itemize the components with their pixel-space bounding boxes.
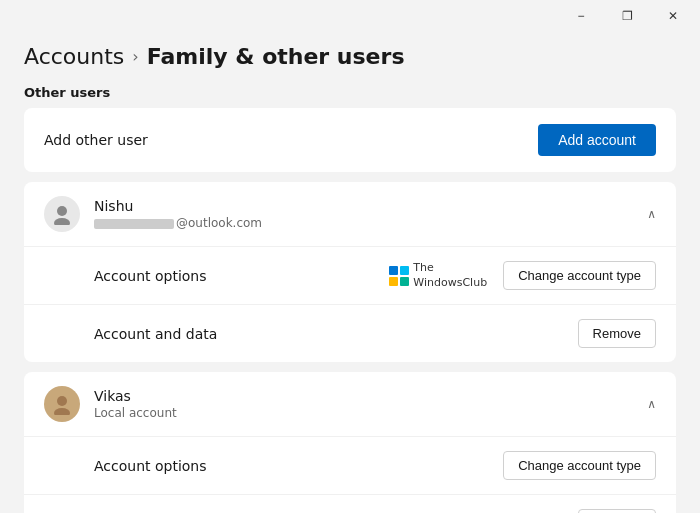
user-sub-vikas: Local account xyxy=(94,406,177,420)
remove-btn-nishu[interactable]: Remove xyxy=(578,319,656,348)
user-options-vikas: Account options Change account type Acco… xyxy=(24,436,676,513)
windows-icon xyxy=(389,266,409,286)
user-header-left-vikas: Vikas Local account xyxy=(44,386,177,422)
chevron-up-nishu: ∧ xyxy=(647,207,656,221)
breadcrumb: Accounts › Family & other users xyxy=(24,44,676,69)
minimize-button[interactable]: − xyxy=(558,0,604,32)
chevron-up-vikas: ∧ xyxy=(647,397,656,411)
account-options-row-nishu: Account options TheWindowsClub Change ac… xyxy=(24,247,676,305)
svg-point-2 xyxy=(57,396,67,406)
breadcrumb-chevron: › xyxy=(132,47,138,66)
remove-btn-vikas[interactable]: Remove xyxy=(578,509,656,513)
account-data-right-vikas: Remove xyxy=(578,509,656,513)
user-header-vikas[interactable]: Vikas Local account ∧ xyxy=(24,372,676,436)
user-options-nishu: Account options TheWindowsClub Change ac… xyxy=(24,246,676,362)
account-data-row-vikas: Account and data Remove xyxy=(24,495,676,513)
email-blur-nishu xyxy=(94,219,174,229)
account-data-label-nishu: Account and data xyxy=(94,326,217,342)
close-button[interactable]: ✕ xyxy=(650,0,696,32)
user-card-vikas: Vikas Local account ∧ Account options Ch… xyxy=(24,372,676,513)
account-options-right-nishu: TheWindowsClub Change account type xyxy=(389,261,656,290)
user-card-nishu: Nishu @outlook.com ∧ Account options Th xyxy=(24,182,676,362)
change-account-type-btn-nishu[interactable]: Change account type xyxy=(503,261,656,290)
svg-point-1 xyxy=(54,218,70,225)
add-user-label: Add other user xyxy=(44,132,148,148)
account-data-right-nishu: Remove xyxy=(578,319,656,348)
breadcrumb-current: Family & other users xyxy=(147,44,405,69)
user-header-nishu[interactable]: Nishu @outlook.com ∧ xyxy=(24,182,676,246)
maximize-button[interactable]: ❐ xyxy=(604,0,650,32)
section-label: Other users xyxy=(24,85,676,100)
account-options-label-vikas: Account options xyxy=(94,458,207,474)
add-account-button[interactable]: Add account xyxy=(538,124,656,156)
svg-point-3 xyxy=(54,408,70,415)
user-header-left-nishu: Nishu @outlook.com xyxy=(44,196,262,232)
account-options-row-vikas: Account options Change account type xyxy=(24,437,676,495)
add-user-row: Add other user Add account xyxy=(44,124,656,156)
breadcrumb-parent[interactable]: Accounts xyxy=(24,44,124,69)
user-email-nishu: @outlook.com xyxy=(94,216,262,230)
user-name-nishu: Nishu xyxy=(94,198,262,214)
avatar-nishu xyxy=(44,196,80,232)
account-options-label-nishu: Account options xyxy=(94,268,207,284)
change-account-type-btn-vikas[interactable]: Change account type xyxy=(503,451,656,480)
user-name-vikas: Vikas xyxy=(94,388,177,404)
windows-club-badge: TheWindowsClub xyxy=(389,261,487,290)
title-bar: − ❐ ✕ xyxy=(0,0,700,32)
account-data-row-nishu: Account and data Remove xyxy=(24,305,676,362)
account-options-right-vikas: Change account type xyxy=(503,451,656,480)
user-info-vikas: Vikas Local account xyxy=(94,388,177,420)
svg-point-0 xyxy=(57,206,67,216)
windows-club-text: TheWindowsClub xyxy=(413,261,487,290)
main-content: Accounts › Family & other users Other us… xyxy=(0,32,700,513)
avatar-vikas xyxy=(44,386,80,422)
user-info-nishu: Nishu @outlook.com xyxy=(94,198,262,230)
add-user-card: Add other user Add account xyxy=(24,108,676,172)
